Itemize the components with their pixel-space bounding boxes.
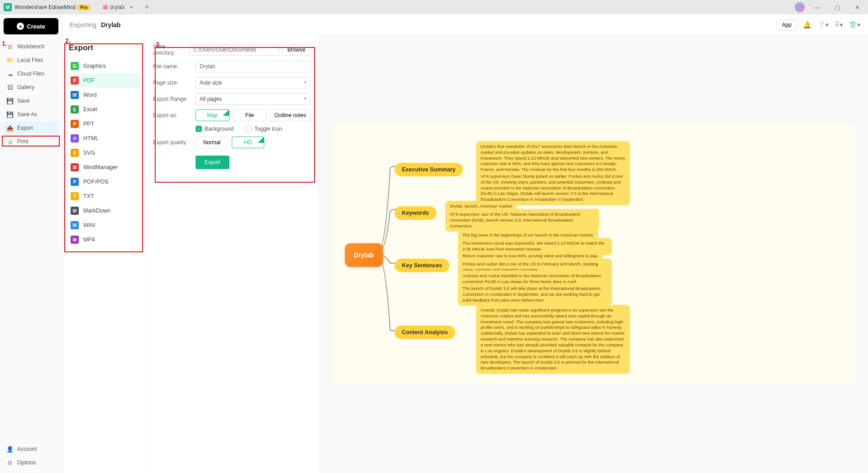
format-wav[interactable]: WWAV	[67, 218, 141, 232]
browse-button[interactable]: Browse	[282, 44, 310, 56]
file-type-icon: E	[71, 105, 79, 114]
format-mindmanager[interactable]: MMindManager	[67, 160, 141, 175]
sidebar-item-save-as[interactable]: 💾Save As	[4, 108, 58, 121]
background-checkbox[interactable]: ✓	[196, 126, 202, 132]
sidebar-item-gallery[interactable]: 🖼Gallery	[4, 80, 58, 94]
mindmap-leaf: VFX supervisor Dave Stump joined us earl…	[476, 171, 630, 205]
export-as-map[interactable]: Map	[196, 109, 229, 121]
format-mp4[interactable]: MMP4	[67, 232, 141, 247]
annotation-3: 3.	[156, 41, 161, 48]
mindmap-branch: Content Analysis	[395, 326, 455, 339]
sidebar: + Create ⊞Workbench 📁Local Files ☁Cloud …	[0, 14, 62, 473]
format-word[interactable]: WWord	[67, 88, 141, 102]
maximize-button[interactable]: ▢	[830, 2, 844, 13]
sidebar-item-account[interactable]: 👤Account	[4, 442, 58, 456]
add-tab-button[interactable]: +	[144, 3, 149, 12]
preview-pane: Drylab Executive SummaryKeywordsKey Sent…	[318, 35, 868, 473]
format-html[interactable]: HHTML	[67, 131, 141, 146]
save-dir-input[interactable]	[189, 44, 280, 56]
quality-normal[interactable]: Normal	[196, 137, 228, 148]
annotation-2: 2.	[65, 37, 71, 44]
create-button[interactable]: + Create	[4, 18, 58, 34]
app-button[interactable]: App	[776, 19, 797, 30]
file-type-icon: M	[71, 163, 79, 171]
minimize-button[interactable]: —	[810, 2, 825, 13]
format-svg[interactable]: SSVG	[67, 146, 141, 160]
help-icon[interactable]: ❔▾	[817, 21, 829, 29]
background-label: Background	[205, 126, 234, 132]
breadcrumb-current: Drylab	[101, 21, 121, 28]
print-icon: 🖨	[6, 138, 14, 145]
app-name: Wondershare EdrawMind	[14, 4, 76, 10]
page-size-label: Page size:	[153, 80, 196, 86]
mindmap-leaf: Overall, Drylab has made significant pro…	[476, 305, 630, 374]
file-type-icon: P	[71, 178, 79, 186]
format-graphics[interactable]: GGraphics	[67, 59, 141, 73]
plus-icon: +	[17, 23, 24, 30]
range-label: Export Range:	[153, 96, 196, 102]
file-type-icon: W	[71, 91, 79, 99]
export-form: Save directory: Browse File name: Page s…	[146, 35, 318, 473]
app-logo-icon: M	[4, 3, 12, 11]
titlebar: M Wondershare EdrawMind Pro drylab • + —…	[0, 0, 868, 14]
mindmap-leaf: VFX supervisor, tour of the US, National…	[445, 209, 599, 232]
shirt-icon[interactable]: 👕▾	[849, 21, 861, 29]
sidebar-item-options[interactable]: ⚙Options	[4, 456, 58, 469]
image-icon: 🖼	[6, 84, 14, 91]
sidebar-item-print[interactable]: 🖨Print	[4, 135, 58, 148]
file-type-icon: T	[71, 192, 79, 200]
user-icon: 👤	[6, 445, 14, 453]
file-type-icon: H	[71, 134, 79, 142]
mindmap-leaf: The launch of Drylab 3.0 will take place…	[458, 283, 612, 306]
export-format-list: Export GGraphicsPPDFWWordEExcelPPPTHHTML…	[62, 35, 146, 473]
page-size-select[interactable]: Auto size	[196, 77, 310, 89]
format-excel[interactable]: EExcel	[67, 102, 141, 117]
format-pdf[interactable]: PPDF	[67, 73, 141, 88]
format-markdown[interactable]: MMarkDown	[67, 203, 141, 218]
file-type-icon: P	[71, 120, 79, 128]
apps-icon[interactable]: ⠿▾	[835, 21, 843, 29]
grid-icon: ⊞	[6, 43, 14, 50]
file-name-label: File name:	[153, 63, 196, 70]
file-type-icon: G	[71, 62, 79, 70]
export-as-file[interactable]: File	[233, 109, 267, 121]
export-as-label: Export as:	[153, 112, 196, 118]
avatar[interactable]	[795, 2, 805, 12]
file-name-input[interactable]	[196, 61, 310, 72]
format-txt[interactable]: TTXT	[67, 189, 141, 203]
pro-badge: Pro	[77, 5, 91, 10]
tab-drylab[interactable]: drylab •	[99, 1, 137, 13]
gear-icon: ⚙	[6, 459, 14, 466]
file-type-icon: P	[71, 76, 79, 85]
doc-icon	[103, 5, 108, 9]
save-as-icon: 💾	[6, 111, 14, 118]
export-button[interactable]: Export	[196, 156, 229, 169]
export-as-outline[interactable]: Outline notes	[270, 109, 310, 121]
sidebar-item-export[interactable]: 📤Export	[4, 121, 58, 135]
format-pofpos[interactable]: PPOF/POS	[67, 175, 141, 189]
sidebar-item-cloud-files[interactable]: ☁Cloud Files	[4, 67, 58, 80]
bell-icon[interactable]: 🔔	[803, 21, 811, 29]
file-type-icon: M	[71, 207, 79, 215]
export-title: Export	[67, 43, 141, 52]
sidebar-item-local-files[interactable]: 📁Local Files	[4, 53, 58, 67]
mindmap-root: Drylab	[345, 243, 383, 267]
close-button[interactable]: ✕	[850, 2, 864, 13]
quality-hd[interactable]: HD	[232, 137, 264, 148]
breadcrumb: Exporting Drylab	[70, 21, 121, 28]
toggle-icon-checkbox[interactable]	[245, 126, 252, 132]
tab-dirty-icon: •	[130, 3, 133, 11]
sidebar-item-save[interactable]: 💾Save	[4, 94, 58, 108]
export-icon: 📤	[6, 124, 14, 132]
save-icon: 💾	[6, 97, 14, 104]
file-type-icon: M	[71, 236, 79, 244]
quality-label: Export quality:	[153, 139, 196, 146]
breadcrumb-section: Exporting	[70, 21, 96, 28]
sidebar-item-workbench[interactable]: ⊞Workbench	[4, 40, 58, 53]
mindmap-branch: Key Sentences	[395, 259, 449, 272]
range-select[interactable]: All pages	[196, 93, 310, 105]
format-ppt[interactable]: PPPT	[67, 117, 141, 131]
mindmap-canvas: Drylab Executive SummaryKeywordsKey Sent…	[331, 123, 854, 385]
annotation-1: 1.	[2, 40, 7, 47]
mindmap-branch: Keywords	[395, 206, 436, 220]
